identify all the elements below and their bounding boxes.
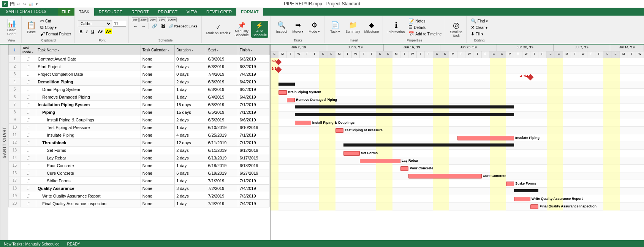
summary-button[interactable]: 📁 Summary [344, 20, 362, 35]
table-row[interactable]: 17 ⮦ Strike Forms None 1 day 7/1/2019 7/… [9, 177, 270, 185]
task-name-cell[interactable]: Final Quality Assurance Inspection [36, 200, 141, 207]
table-row[interactable]: 1 ⮦ Contract Award Date None 0 days 6/3/… [9, 55, 270, 63]
finish-header[interactable]: Finish ▾ [238, 45, 269, 55]
task-bar[interactable] [343, 143, 514, 147]
font-color-button[interactable]: A▾ [97, 29, 104, 34]
task-name-cell[interactable]: Installation Piping System [36, 101, 141, 108]
task-calendar-header[interactable]: Task Calendar ▾ [141, 45, 175, 55]
table-row[interactable]: 2 ⮦ Start Project None 0 days 6/3/2019 6… [9, 63, 270, 70]
qa-dropdown[interactable]: ▾ [35, 2, 38, 6]
undo-btn[interactable]: ↩ [16, 2, 21, 6]
table-row[interactable]: 16 ⮦ Cure Concrete None 6 days 6/19/2019… [9, 169, 270, 177]
table-row[interactable]: 20 ⮦ Final Quality Assurance Inspection … [9, 200, 270, 207]
notes-button[interactable]: 📝 Notes [407, 18, 443, 24]
task-bar[interactable] [295, 105, 514, 108]
pct-50-button[interactable]: 50% [149, 17, 157, 22]
gantt-chart-button[interactable]: 📊 GanttChart [4, 18, 19, 37]
task-name-cell[interactable]: Cure Concrete [36, 169, 141, 177]
duration-header[interactable]: Duration ▾ [175, 45, 206, 55]
font-name-select[interactable]: Calibri [78, 21, 112, 27]
task-bar[interactable] [287, 98, 295, 102]
table-row[interactable]: 4 ⮦ Demolition Piping None 2 days 6/3/20… [9, 78, 270, 86]
indent-button[interactable]: → [140, 24, 147, 29]
link-button[interactable]: 🔗 [150, 23, 159, 29]
add-to-timeline-button[interactable]: 📅 Add to Timeline [407, 31, 443, 37]
task-name-header[interactable]: Task Name ▾ [36, 45, 141, 55]
task-name-cell[interactable]: Drain Piping System [36, 86, 141, 93]
task-name-cell[interactable]: Demolition Piping [36, 78, 141, 86]
table-row[interactable]: 12 ⮦ Thrustblock None 12 days 6/11/2019 … [9, 139, 270, 147]
start-header[interactable]: Start ▾ [206, 45, 238, 55]
table-row[interactable]: 19 ⮦ Write Quality Assurance Report None… [9, 192, 270, 200]
task-name-cell[interactable]: Insulate Piping [36, 131, 141, 139]
italic-button[interactable]: I [85, 29, 89, 34]
mark-on-track-button[interactable]: ✓ Mark on Track ▾ [205, 23, 233, 36]
task-name-cell[interactable]: Write Quality Assurance Report [36, 192, 141, 200]
task-bar[interactable] [530, 204, 538, 209]
task-name-cell[interactable]: Thrustblock [36, 139, 141, 147]
table-row[interactable]: 10 ⮦ Test Piping at Pressure None 1 day … [9, 124, 270, 131]
task-mode-header[interactable]: TaskMode ▾ [21, 45, 36, 55]
pct-100-button[interactable]: 100% [167, 17, 177, 22]
table-row[interactable]: 18 ⮦ Quality Assurance None 3 days 7/2/2… [9, 185, 270, 192]
task-name-cell[interactable]: Pour Concrete [36, 162, 141, 169]
table-row[interactable]: 5 ⮦ Drain Piping System None 1 day 6/3/2… [9, 86, 270, 93]
font-size-input[interactable] [113, 21, 126, 27]
task-bar[interactable] [343, 151, 360, 156]
tab-resource[interactable]: RESOURCE [94, 8, 127, 16]
tab-format[interactable]: FORMAT [236, 8, 263, 16]
pct-0-button[interactable]: 0% [132, 17, 139, 22]
task-name-cell[interactable]: Strike Forms [36, 177, 141, 185]
task-bar[interactable] [295, 113, 514, 116]
tab-developer[interactable]: DEVELOPER [202, 8, 236, 16]
paste-button[interactable]: 📋 Paste [25, 20, 38, 35]
task-name-cell[interactable]: Start Project [36, 63, 141, 70]
table-row[interactable]: 14 ⮦ Lay Rebar None 2 days 6/13/2019 6/1… [9, 154, 270, 162]
auto-schedule-button[interactable]: ⚡ AutoSchedule [251, 21, 269, 38]
task-bar[interactable] [514, 197, 530, 201]
find-button[interactable]: 🔍 Find ▾ [470, 18, 489, 24]
manually-schedule-button[interactable]: 📌 ManuallySchedule [233, 21, 250, 38]
save-btn[interactable]: 💾 [9, 2, 15, 6]
task-bar[interactable] [295, 121, 311, 125]
task-name-cell[interactable]: Quality Assurance [36, 185, 141, 192]
move-button[interactable]: ➡ Move ▾ [290, 20, 305, 35]
table-row[interactable]: 11 ⮦ Insulate Piping None 4 days 6/25/20… [9, 131, 270, 139]
task-name-cell[interactable]: Contract Award Date [36, 55, 141, 63]
milestone-button[interactable]: ◆ Milestone [363, 20, 381, 35]
task-name-cell[interactable]: Test Piping at Pressure [36, 124, 141, 131]
task-bar[interactable] [278, 83, 295, 86]
pct-25-button[interactable]: 25% [139, 17, 148, 22]
table-row[interactable]: 13 ⮦ Set Forms None 2 days 6/11/2019 6/1… [9, 147, 270, 154]
task-bar[interactable] [514, 189, 538, 192]
tab-file[interactable]: FILE [58, 8, 74, 16]
task-bar[interactable] [335, 128, 343, 133]
pct-75-button[interactable]: 75% [158, 17, 166, 22]
tab-report[interactable]: REPORT [127, 8, 153, 16]
task-name-cell[interactable]: Set Forms [36, 147, 141, 154]
tab-task[interactable]: TASK [74, 8, 94, 16]
cut-button[interactable]: ✂ Cut [39, 18, 72, 24]
tab-view[interactable]: VIEW [182, 8, 202, 16]
task-bar[interactable] [408, 174, 481, 178]
bold-button[interactable]: B [78, 29, 84, 34]
chart-btn[interactable]: 📊 [28, 2, 34, 6]
task-name-cell[interactable]: Project Completion Date [36, 70, 141, 78]
table-row[interactable]: 15 ⮦ Pour Concrete None 1 day 6/18/2019 … [9, 162, 270, 169]
table-row[interactable]: 8 ⮦ Piping None 15 days 6/5/2019 7/1/201… [9, 108, 270, 116]
table-row[interactable]: 6 ⮦ Remove Damaged Piping None 1 day 6/4… [9, 93, 270, 101]
outdent-button[interactable]: ← [132, 24, 139, 29]
details-button[interactable]: ☰ Details [407, 24, 443, 30]
table-row[interactable]: 7 ⮦ Installation Piping System None 15 d… [9, 101, 270, 108]
task-button[interactable]: 📄 Task ▾ [328, 20, 343, 35]
copy-button[interactable]: ⧉ Copy ▾ [39, 24, 72, 30]
highlight-button[interactable]: A▾ [105, 29, 112, 34]
task-bar[interactable] [506, 182, 514, 186]
task-bar[interactable] [360, 159, 400, 163]
clear-button[interactable]: ✕ Clear ▾ [470, 24, 489, 30]
respect-links-button[interactable]: 🔗 Respect Links [168, 24, 199, 29]
underline-button[interactable]: U [90, 29, 96, 34]
format-painter-button[interactable]: 🖌 Format Painter [39, 31, 72, 37]
task-bar[interactable] [457, 136, 514, 140]
task-name-cell[interactable]: Install Piping & Couplings [36, 116, 141, 124]
